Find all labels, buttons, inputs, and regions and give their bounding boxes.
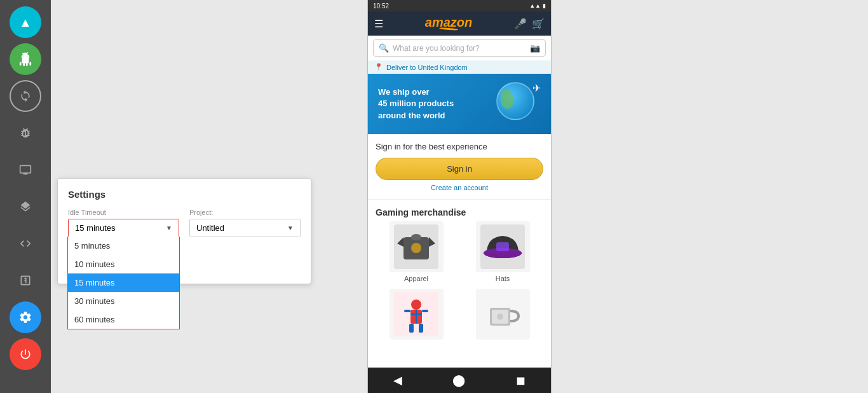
location-icon: 📍 bbox=[374, 63, 383, 71]
mug-svg bbox=[480, 292, 525, 336]
project-arrow-icon: ▼ bbox=[287, 224, 294, 231]
option-30min[interactable]: 30 minutes bbox=[68, 292, 179, 310]
amazon-header: ☰ amazon 🎤 🛒 bbox=[368, 11, 551, 36]
hats-image bbox=[476, 221, 530, 272]
up-arrow-button[interactable]: ▲ bbox=[10, 6, 41, 38]
status-bar: 10:52 ▲▲ ▮ bbox=[368, 0, 551, 11]
code-button[interactable] bbox=[10, 228, 41, 259]
camera-icon[interactable]: 📷 bbox=[530, 43, 540, 53]
apparel-svg bbox=[394, 224, 438, 269]
settings-button[interactable] bbox=[10, 301, 41, 333]
search-bar[interactable]: 🔍 What are you looking for? 📷 bbox=[373, 39, 546, 57]
inspector-button[interactable] bbox=[10, 265, 41, 296]
bug-button[interactable] bbox=[10, 117, 41, 149]
globe-container: ✈ bbox=[496, 82, 541, 127]
apparel-card[interactable]: Apparel bbox=[376, 221, 457, 282]
hats-label: Hats bbox=[462, 275, 543, 282]
product-grid2 bbox=[368, 289, 551, 348]
header-icons: 🎤 🛒 bbox=[514, 18, 545, 30]
svg-rect-15 bbox=[409, 324, 414, 333]
battery-icon: ▮ bbox=[543, 3, 546, 9]
banner-line3: around the world bbox=[378, 110, 454, 121]
wifi-icon: ▲▲ bbox=[529, 3, 541, 9]
project-value: Untitled bbox=[196, 223, 224, 233]
android-button[interactable] bbox=[10, 43, 41, 75]
search-icon: 🔍 bbox=[379, 43, 389, 53]
settings-panel: Settings Idle Timeout 15 minutes ▼ 5 min… bbox=[57, 178, 311, 284]
option-5min[interactable]: 5 minutes bbox=[68, 237, 179, 255]
idle-timeout-col: Idle Timeout 15 minutes ▼ 5 minutes 10 m… bbox=[68, 209, 179, 237]
microphone-icon[interactable]: 🎤 bbox=[514, 18, 527, 30]
mug-card[interactable] bbox=[462, 289, 543, 342]
banner-text: We ship over 45 million products around … bbox=[378, 86, 454, 121]
cart-icon[interactable]: 🛒 bbox=[532, 18, 545, 30]
phone-frame: 10:52 ▲▲ ▮ ☰ amazon 🎤 🛒 🔍 What are you l… bbox=[367, 0, 552, 393]
svg-point-22 bbox=[497, 314, 503, 320]
svg-rect-18 bbox=[422, 310, 428, 312]
layers-button[interactable] bbox=[10, 191, 41, 223]
power-button[interactable] bbox=[10, 338, 41, 370]
settings-title: Settings bbox=[68, 189, 301, 200]
svg-rect-16 bbox=[419, 324, 423, 333]
hamburger-icon[interactable]: ☰ bbox=[374, 18, 383, 30]
signin-button[interactable]: Sign in bbox=[376, 158, 543, 180]
signin-section: Sign in for the best experience Sign in … bbox=[368, 134, 551, 197]
idle-timeout-display[interactable]: 15 minutes ▼ bbox=[69, 219, 179, 237]
svg-rect-17 bbox=[404, 310, 410, 312]
idle-timeout-label: Idle Timeout bbox=[68, 209, 179, 216]
home-nav-button[interactable]: ⬤ bbox=[452, 373, 465, 387]
idle-timeout-arrow-icon: ▼ bbox=[166, 224, 172, 231]
recent-nav-button[interactable]: ◼ bbox=[516, 373, 526, 387]
promo-banner: We ship over 45 million products around … bbox=[368, 74, 551, 134]
sidebar: ▲ bbox=[0, 0, 51, 393]
idle-timeout-list: 5 minutes 10 minutes 15 minutes 30 minut… bbox=[67, 237, 180, 329]
svg-point-5 bbox=[411, 243, 421, 253]
option-15min[interactable]: 15 minutes bbox=[68, 273, 179, 292]
divider bbox=[368, 199, 551, 200]
banner-line2: 45 million products bbox=[378, 98, 454, 109]
screen-button[interactable] bbox=[10, 154, 41, 186]
hat-svg bbox=[480, 224, 525, 269]
main-area: Settings Idle Timeout 15 minutes ▼ 5 min… bbox=[51, 0, 868, 393]
option-10min[interactable]: 10 minutes bbox=[68, 255, 179, 273]
hats-card[interactable]: Hats bbox=[462, 221, 543, 282]
project-dropdown[interactable]: Untitled ▼ bbox=[189, 219, 301, 237]
idle-timeout-dropdown[interactable]: 15 minutes ▼ 5 minutes 10 minutes 15 min… bbox=[68, 219, 179, 237]
back-nav-button[interactable]: ◀ bbox=[393, 373, 402, 387]
apparel-label: Apparel bbox=[376, 275, 457, 282]
search-placeholder: What are you looking for? bbox=[393, 44, 530, 53]
svg-rect-9 bbox=[496, 242, 509, 251]
plane-icon: ✈ bbox=[532, 82, 541, 94]
spiderman-svg bbox=[394, 292, 438, 336]
create-account-link[interactable]: Create an account bbox=[376, 184, 543, 191]
option-60min[interactable]: 60 minutes bbox=[68, 310, 179, 329]
status-icons: ▲▲ ▮ bbox=[529, 3, 546, 9]
product-grid: Apparel Hats bbox=[368, 221, 551, 289]
spiderman-card[interactable] bbox=[376, 289, 457, 342]
globe-icon bbox=[496, 82, 534, 120]
amazon-logo: amazon bbox=[386, 15, 512, 32]
gaming-section-title: Gaming merchandise bbox=[368, 202, 551, 221]
sync-button[interactable] bbox=[10, 80, 41, 112]
project-col: Project: Untitled ▼ bbox=[189, 209, 301, 237]
project-display[interactable]: Untitled ▼ bbox=[190, 219, 300, 237]
mug-image bbox=[476, 289, 530, 340]
apparel-image bbox=[390, 221, 444, 272]
idle-timeout-value: 15 minutes bbox=[75, 223, 116, 233]
banner-line1: We ship over bbox=[378, 86, 454, 98]
project-label: Project: bbox=[189, 209, 301, 216]
delivery-bar: 📍 Deliver to United Kingdom bbox=[368, 60, 551, 74]
delivery-text: Deliver to United Kingdom bbox=[386, 64, 468, 71]
svg-point-11 bbox=[411, 300, 421, 310]
signin-text: Sign in for the best experience bbox=[376, 142, 543, 151]
svg-point-4 bbox=[411, 234, 421, 240]
status-time: 10:52 bbox=[373, 3, 389, 10]
android-nav-bar: ◀ ⬤ ◼ bbox=[368, 368, 551, 393]
spiderman-image bbox=[390, 289, 444, 340]
